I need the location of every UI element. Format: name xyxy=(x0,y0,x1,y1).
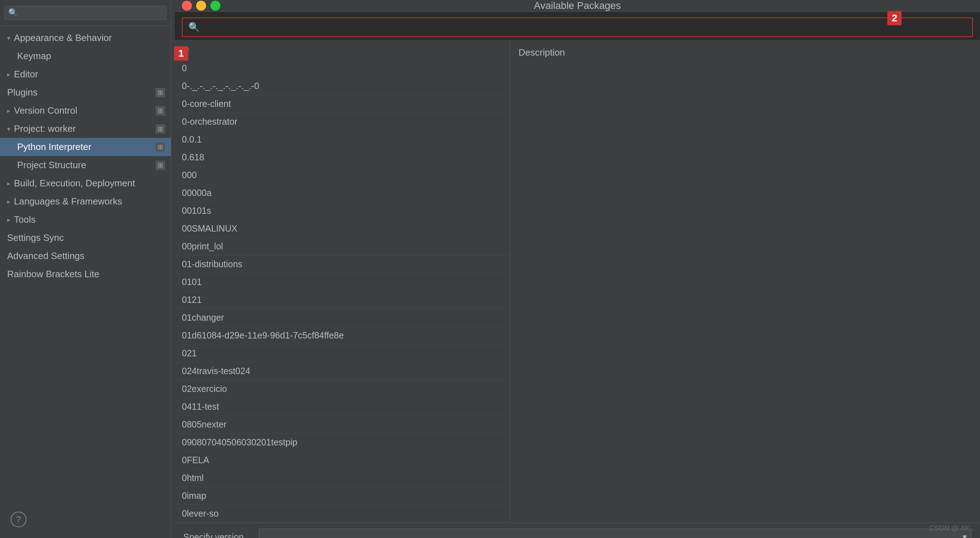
list-item[interactable]: 0101 xyxy=(175,273,510,291)
maximize-button[interactable] xyxy=(210,1,220,11)
chevron-down-icon: ▾ xyxy=(963,532,967,538)
dialog-search-icon: 🔍 xyxy=(188,22,200,33)
annotation-2-badge: 2 xyxy=(887,11,902,25)
available-packages-dialog: Available Packages 2 🔍 ↻ 0 0-._.-._.-._.… xyxy=(175,0,980,538)
structure-badge: ⊞ xyxy=(156,161,165,170)
list-item[interactable]: 0-._.-._.-._.-._.-._.-0 xyxy=(175,77,510,95)
bottom-controls: Specify version ▾ Options Install to use… xyxy=(175,523,980,538)
sidebar-item-label: Tools xyxy=(14,214,36,225)
list-item[interactable]: 00SMALINUX xyxy=(175,220,510,238)
packages-list-area: ↻ 0 0-._.-._.-._.-._.-._.-0 0-core-clien… xyxy=(175,40,980,523)
list-item[interactable]: 00101s xyxy=(175,202,510,220)
description-label: Description xyxy=(519,47,972,58)
list-item[interactable]: 0.0.1 xyxy=(175,131,510,149)
sidebar-nav: ▾ Appearance & Behavior Keymap ▸ Editor … xyxy=(0,26,171,538)
sidebar-item-label: Build, Execution, Deployment xyxy=(14,178,135,189)
sidebar-item-label: Editor xyxy=(14,69,38,80)
sidebar-item-keymap[interactable]: Keymap xyxy=(0,47,171,65)
list-item[interactable]: 021 xyxy=(175,344,510,362)
sidebar-search-icon: 🔍 xyxy=(8,8,18,17)
sidebar-search-bar: 🔍 xyxy=(0,0,171,26)
list-item[interactable]: 02exercicio xyxy=(175,380,510,398)
sidebar-item-appearance[interactable]: ▾ Appearance & Behavior xyxy=(0,29,171,47)
chevron-right-icon: ▸ xyxy=(7,107,10,115)
sidebar-item-label: Keymap xyxy=(17,51,51,62)
list-item[interactable]: 01-distributions xyxy=(175,256,510,273)
list-item[interactable]: 01d61084-d29e-11e9-96d1-7c5cf84ffe8e xyxy=(175,327,510,344)
specify-version-label: Specify version xyxy=(183,532,255,538)
list-item[interactable]: 0html xyxy=(175,469,510,487)
version-select[interactable]: ▾ xyxy=(259,529,972,538)
plugins-badge: ⊞ xyxy=(156,88,165,97)
list-item[interactable]: 0FELA xyxy=(175,451,510,469)
chevron-right-icon: ▸ xyxy=(7,179,10,187)
sidebar-item-build-execution[interactable]: ▸ Build, Execution, Deployment xyxy=(0,174,171,192)
help-button[interactable]: ? xyxy=(11,512,26,527)
sidebar-item-project-structure[interactable]: Project Structure ⊞ xyxy=(0,156,171,174)
sidebar-item-label: Appearance & Behavior xyxy=(14,32,112,43)
dialog-title: Available Packages xyxy=(534,0,621,11)
list-item[interactable]: 00000a xyxy=(175,184,510,202)
sidebar-item-label: Project Structure xyxy=(17,160,86,171)
list-item[interactable]: 01changer xyxy=(175,309,510,327)
list-item[interactable]: 0imap xyxy=(175,487,510,505)
list-item[interactable]: 0 xyxy=(175,59,510,77)
sidebar-item-tools[interactable]: ▸ Tools xyxy=(0,211,171,229)
list-item[interactable]: 024travis-test024 xyxy=(175,362,510,380)
dialog-search-container: 🔍 xyxy=(182,17,973,37)
minimize-button[interactable] xyxy=(196,1,206,11)
sidebar-item-plugins[interactable]: Plugins ⊞ xyxy=(0,83,171,102)
watermark: CSDN @ AY... xyxy=(929,524,974,532)
chevron-down-icon: ▾ xyxy=(7,125,10,133)
sidebar-item-rainbow-brackets[interactable]: Rainbow Brackets Lite xyxy=(0,265,171,283)
available-packages-list: ↻ 0 0-._.-._.-._.-._.-._.-0 0-core-clien… xyxy=(175,40,510,523)
description-panel: Description xyxy=(510,40,980,523)
dialog-body: 2 🔍 ↻ 0 0-._.-._.-._.-._.-._.-0 0-core-c… xyxy=(175,12,980,538)
list-item[interactable]: 000 xyxy=(175,167,510,184)
close-button[interactable] xyxy=(182,1,192,11)
specify-version-row: Specify version ▾ xyxy=(183,529,972,538)
chevron-right-icon: ▸ xyxy=(7,198,10,206)
sidebar-item-label: Python Interpreter xyxy=(17,141,91,152)
project-badge: ⊞ xyxy=(156,124,165,133)
settings-sidebar: 🔍 ▾ Appearance & Behavior Keymap ▸ Edito… xyxy=(0,0,171,538)
sidebar-item-project-worker[interactable]: ▾ Project: worker ⊞ xyxy=(0,120,171,138)
list-item[interactable]: 0805nexter xyxy=(175,416,510,433)
sidebar-item-version-control[interactable]: ▸ Version Control ⊞ xyxy=(0,102,171,120)
dialog-search-input[interactable] xyxy=(203,22,966,33)
vc-badge: ⊞ xyxy=(156,106,165,116)
dialog-titlebar: Available Packages xyxy=(175,0,980,12)
chevron-down-icon: ▾ xyxy=(7,34,10,42)
sidebar-search-wrapper[interactable]: 🔍 xyxy=(4,6,167,20)
list-item[interactable]: 00print_lol xyxy=(175,238,510,256)
python-badge: ⊞ xyxy=(156,143,165,152)
list-item[interactable]: 0411-test xyxy=(175,398,510,416)
sidebar-item-label: Languages & Frameworks xyxy=(14,196,122,207)
sidebar-item-editor[interactable]: ▸ Editor xyxy=(0,65,171,83)
sidebar-item-label: Version Control xyxy=(14,105,77,116)
list-item[interactable]: 0121 xyxy=(175,291,510,309)
sidebar-item-settings-sync[interactable]: Settings Sync xyxy=(0,229,171,247)
sidebar-item-label: Project: worker xyxy=(14,123,76,134)
sidebar-item-advanced-settings[interactable]: Advanced Settings xyxy=(0,247,171,265)
list-item[interactable]: 0-core-client xyxy=(175,95,510,113)
list-item[interactable]: 0.618 xyxy=(175,149,510,167)
traffic-lights xyxy=(182,1,220,11)
sidebar-item-languages-frameworks[interactable]: ▸ Languages & Frameworks xyxy=(0,192,171,211)
sidebar-item-label: Rainbow Brackets Lite xyxy=(7,269,100,280)
list-item[interactable]: 0-orchestrator xyxy=(175,113,510,131)
sidebar-item-label: Settings Sync xyxy=(7,232,64,243)
sidebar-item-label: Advanced Settings xyxy=(7,251,84,262)
list-item[interactable]: 090807040506030201testpip xyxy=(175,433,510,451)
sidebar-item-python-interpreter[interactable]: Python Interpreter ⊞ xyxy=(0,138,171,156)
chevron-right-icon: ▸ xyxy=(7,216,10,224)
annotation-1-badge: 1 xyxy=(174,46,188,60)
refresh-row: ↻ xyxy=(175,40,510,59)
description-content xyxy=(519,62,972,276)
chevron-right-icon: ▸ xyxy=(7,71,10,78)
list-item[interactable]: 0lever-so xyxy=(175,505,510,523)
sidebar-item-label: Plugins xyxy=(7,87,37,98)
